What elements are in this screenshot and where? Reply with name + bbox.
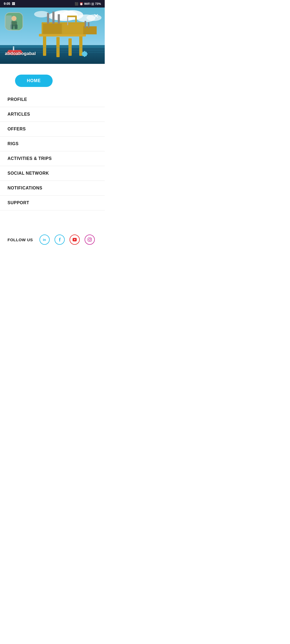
svg-point-39 xyxy=(89,239,90,241)
status-icons-section: ⬛ ⏰ WiFi ||| 73% xyxy=(75,2,101,6)
menu-section: HOME PROFILE ARTICLES OFFERS RIGS ACTIVI… xyxy=(0,64,105,252)
menu-item-articles[interactable]: ARTICLES xyxy=(0,107,105,122)
username-display: abdoabogabal xyxy=(5,51,36,56)
menu-item-activities[interactable]: ACTIVITIES & TRIPS xyxy=(0,151,105,166)
battery-display: 73% xyxy=(95,2,101,5)
svg-rect-18 xyxy=(52,12,55,24)
alarm-icon: ⏰ xyxy=(79,2,83,6)
media-icon: 🖼 xyxy=(12,2,15,6)
menu-item-notifications[interactable]: NOTIFICATIONS xyxy=(0,181,105,196)
menu-item-profile[interactable]: PROFILE xyxy=(0,92,105,107)
svg-rect-37 xyxy=(5,15,12,30)
svg-rect-30 xyxy=(0,50,105,50)
sim-icon: ⬛ xyxy=(75,2,78,6)
menu-list: PROFILE ARTICLES OFFERS RIGS ACTIVITIES … xyxy=(0,92,105,210)
svg-rect-21 xyxy=(67,16,77,17)
hero-banner: abdoabogabal ✕ xyxy=(0,8,105,64)
time-display: 9:05 xyxy=(4,2,10,6)
svg-point-6 xyxy=(34,11,49,17)
svg-rect-10 xyxy=(56,37,60,57)
instagram-button[interactable] xyxy=(85,235,95,245)
menu-item-support[interactable]: SUPPORT xyxy=(0,196,105,210)
youtube-icon xyxy=(72,237,77,242)
home-menu-item[interactable]: HOME xyxy=(15,75,53,87)
status-bar: 9:05 🖼 ⬛ ⏰ WiFi ||| 73% xyxy=(0,0,105,8)
svg-point-33 xyxy=(12,16,17,21)
facebook-button[interactable] xyxy=(55,235,65,245)
menu-item-social-network[interactable]: SOCIAL NETWORK xyxy=(0,166,105,181)
status-time-section: 9:05 🖼 xyxy=(4,2,15,6)
svg-rect-28 xyxy=(13,46,14,50)
svg-rect-22 xyxy=(67,17,68,25)
wifi-icon: WiFi xyxy=(84,2,90,5)
svg-rect-8 xyxy=(0,45,105,47)
menu-item-rigs[interactable]: RIGS xyxy=(0,137,105,151)
facebook-icon xyxy=(57,237,62,242)
youtube-button[interactable] xyxy=(70,235,80,245)
svg-rect-36 xyxy=(15,24,17,29)
footer-section: FOLLOW US in xyxy=(0,226,105,252)
close-button[interactable]: ✕ xyxy=(91,11,101,21)
svg-rect-17 xyxy=(47,13,49,24)
svg-point-40 xyxy=(90,238,91,239)
svg-rect-19 xyxy=(58,14,60,24)
svg-rect-16 xyxy=(63,24,83,34)
instagram-icon xyxy=(87,237,92,242)
linkedin-icon: in xyxy=(43,238,46,242)
svg-rect-20 xyxy=(75,16,77,34)
svg-rect-29 xyxy=(0,47,105,48)
svg-rect-15 xyxy=(43,24,62,34)
settings-button[interactable] xyxy=(81,50,89,58)
user-avatar[interactable] xyxy=(5,12,23,31)
signal-icon: ||| xyxy=(92,2,94,5)
svg-rect-24 xyxy=(85,21,86,28)
linkedin-button[interactable]: in xyxy=(39,235,50,245)
svg-rect-11 xyxy=(68,38,72,56)
svg-rect-25 xyxy=(88,22,89,28)
menu-item-offers[interactable]: OFFERS xyxy=(0,122,105,137)
follow-us-label: FOLLOW US xyxy=(8,237,33,242)
